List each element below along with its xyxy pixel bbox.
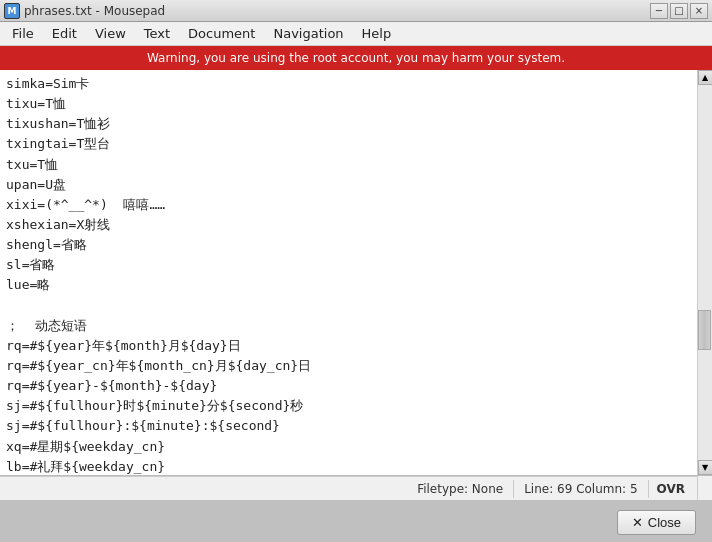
menu-document[interactable]: Document bbox=[180, 24, 263, 43]
vertical-scrollbar[interactable]: ▲ ▼ bbox=[697, 70, 712, 475]
scrollbar-corner bbox=[697, 476, 712, 500]
window-controls: − □ × bbox=[650, 3, 708, 19]
close-button[interactable]: ✕ Close bbox=[617, 510, 696, 535]
maximize-button[interactable]: □ bbox=[670, 3, 688, 19]
scroll-up-button[interactable]: ▲ bbox=[698, 70, 713, 85]
warning-bar: Warning, you are using the root account,… bbox=[0, 46, 712, 70]
scroll-track[interactable] bbox=[698, 85, 712, 460]
line-col-status: Line: 69 Column: 5 bbox=[514, 480, 648, 498]
scroll-thumb[interactable] bbox=[698, 310, 711, 350]
window-title: phrases.txt - Mousepad bbox=[24, 4, 165, 18]
menu-edit[interactable]: Edit bbox=[44, 24, 85, 43]
menu-bar: File Edit View Text Document Navigation … bbox=[0, 22, 712, 46]
ovr-status: OVR bbox=[649, 480, 693, 498]
minimize-button[interactable]: − bbox=[650, 3, 668, 19]
status-bar: Filetype: None Line: 69 Column: 5 OVR bbox=[0, 476, 697, 500]
title-bar-left: M phrases.txt - Mousepad bbox=[4, 3, 165, 19]
editor-container: simka=Sim卡 tixu=T恤 tixushan=T恤衫 txingtai… bbox=[0, 70, 712, 475]
status-bar-row: Filetype: None Line: 69 Column: 5 OVR bbox=[0, 475, 712, 500]
menu-help[interactable]: Help bbox=[354, 24, 400, 43]
close-icon: ✕ bbox=[632, 515, 643, 530]
window-close-button[interactable]: × bbox=[690, 3, 708, 19]
filetype-status: Filetype: None bbox=[407, 480, 514, 498]
scroll-down-button[interactable]: ▼ bbox=[698, 460, 713, 475]
close-button-label: Close bbox=[648, 515, 681, 530]
menu-navigation[interactable]: Navigation bbox=[265, 24, 351, 43]
menu-text[interactable]: Text bbox=[136, 24, 178, 43]
menu-view[interactable]: View bbox=[87, 24, 134, 43]
editor-content[interactable]: simka=Sim卡 tixu=T恤 tixushan=T恤衫 txingtai… bbox=[0, 70, 697, 475]
bottom-area: ✕ Close bbox=[0, 500, 712, 542]
title-bar: M phrases.txt - Mousepad − □ × bbox=[0, 0, 712, 22]
menu-file[interactable]: File bbox=[4, 24, 42, 43]
app-icon: M bbox=[4, 3, 20, 19]
warning-text: Warning, you are using the root account,… bbox=[147, 51, 565, 65]
